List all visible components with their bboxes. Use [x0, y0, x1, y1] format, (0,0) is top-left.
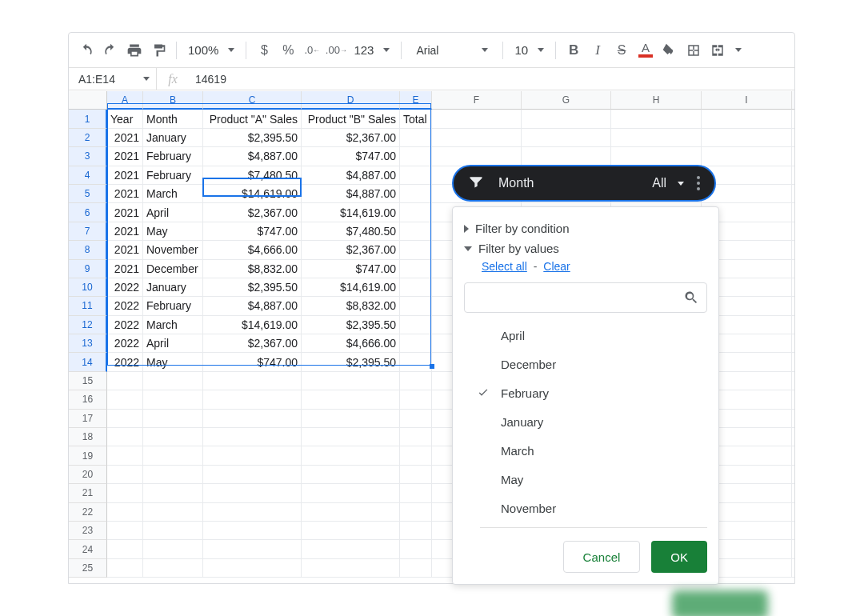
filter-value-item[interactable]: November — [472, 494, 707, 522]
cancel-button[interactable]: Cancel — [563, 541, 641, 573]
cell[interactable] — [792, 278, 795, 297]
cell[interactable] — [143, 428, 203, 446]
cell[interactable] — [400, 503, 432, 522]
row-header[interactable]: 19 — [69, 446, 107, 465]
cell[interactable]: February — [143, 297, 203, 315]
column-header[interactable]: F — [432, 91, 522, 110]
cell[interactable] — [792, 522, 795, 540]
cell[interactable] — [792, 484, 795, 502]
fill-color-button[interactable] — [658, 39, 681, 62]
cell[interactable] — [143, 559, 203, 578]
cell[interactable]: $7,480.50 — [302, 222, 400, 241]
cell[interactable] — [400, 260, 432, 278]
cell[interactable]: Product "B" Sales — [302, 110, 400, 128]
cell[interactable] — [522, 129, 611, 147]
cell[interactable] — [107, 390, 143, 409]
cell[interactable] — [143, 540, 203, 558]
cell[interactable] — [302, 428, 400, 446]
select-all-corner[interactable] — [69, 91, 107, 110]
row-header[interactable]: 11 — [69, 297, 107, 315]
redo-button[interactable] — [99, 39, 122, 62]
filter-search-input[interactable] — [464, 282, 707, 313]
cell[interactable]: 2022 — [107, 297, 143, 315]
row-header[interactable]: 7 — [69, 222, 107, 241]
cell[interactable] — [702, 147, 792, 166]
cell[interactable] — [400, 540, 432, 558]
cell[interactable]: April — [143, 334, 203, 353]
row-header[interactable]: 10 — [69, 278, 107, 297]
cell[interactable] — [792, 428, 795, 446]
currency-button[interactable]: $ — [253, 39, 275, 62]
cell[interactable] — [203, 410, 302, 428]
filter-value-item[interactable]: April — [472, 321, 707, 350]
cell[interactable]: February — [143, 147, 203, 166]
cell[interactable] — [107, 503, 143, 522]
cell[interactable] — [400, 522, 432, 540]
cell[interactable] — [302, 503, 400, 522]
cell[interactable]: May — [143, 353, 203, 371]
cell[interactable] — [400, 129, 432, 147]
cell[interactable] — [203, 540, 302, 558]
increase-decimal-button[interactable]: .00→ — [325, 39, 347, 62]
print-button[interactable] — [123, 39, 146, 62]
cell[interactable] — [792, 372, 795, 390]
cell[interactable] — [792, 353, 795, 371]
cell[interactable] — [432, 110, 522, 128]
cell[interactable] — [143, 503, 203, 522]
cell[interactable] — [203, 428, 302, 446]
cell[interactable]: $2,395.50 — [203, 129, 302, 147]
column-header[interactable]: D — [302, 91, 400, 110]
cell[interactable]: $8,832.00 — [302, 297, 400, 315]
cell[interactable]: Month — [143, 110, 203, 128]
cell[interactable]: $14,619.00 — [302, 203, 400, 222]
row-header[interactable]: 15 — [69, 372, 107, 390]
cell[interactable] — [400, 241, 432, 259]
cell[interactable]: $2,395.50 — [302, 316, 400, 334]
row-header[interactable]: 18 — [69, 428, 107, 446]
cell[interactable] — [432, 129, 522, 147]
row-header[interactable]: 17 — [69, 410, 107, 428]
cell[interactable]: $2,367.00 — [302, 241, 400, 259]
cell[interactable] — [107, 540, 143, 558]
cell[interactable] — [203, 446, 302, 465]
cell[interactable]: 2022 — [107, 353, 143, 371]
cell[interactable] — [792, 147, 795, 166]
cell[interactable]: $4,887.00 — [203, 297, 302, 315]
row-header[interactable]: 25 — [69, 559, 107, 578]
cell[interactable] — [400, 428, 432, 446]
cell[interactable]: $4,887.00 — [302, 185, 400, 203]
filter-by-condition-toggle[interactable]: Filter by condition — [464, 218, 707, 238]
cell[interactable]: November — [143, 241, 203, 259]
row-header[interactable]: 13 — [69, 334, 107, 353]
cell[interactable] — [143, 484, 203, 502]
selection-handle[interactable] — [430, 364, 434, 369]
cell[interactable] — [400, 484, 432, 502]
cell[interactable]: 2022 — [107, 316, 143, 334]
column-header[interactable]: G — [522, 91, 611, 110]
cell[interactable] — [107, 484, 143, 502]
filter-value-item[interactable]: December — [472, 350, 707, 378]
cell[interactable] — [302, 446, 400, 465]
cell[interactable] — [400, 353, 432, 371]
cell[interactable] — [400, 278, 432, 297]
text-color-button[interactable]: A — [634, 39, 657, 62]
cell[interactable] — [107, 372, 143, 390]
cell[interactable] — [203, 522, 302, 540]
select-all-link[interactable]: Select all — [482, 260, 527, 273]
cell[interactable] — [302, 466, 400, 484]
cell[interactable] — [702, 110, 792, 128]
cell[interactable]: May — [143, 222, 203, 241]
cell[interactable] — [792, 503, 795, 522]
cell[interactable] — [400, 334, 432, 353]
cell[interactable] — [792, 129, 795, 147]
cell[interactable]: Total — [400, 110, 432, 128]
row-header[interactable]: 24 — [69, 540, 107, 558]
cell[interactable]: 2021 — [107, 260, 143, 278]
cell[interactable] — [107, 466, 143, 484]
cell[interactable] — [107, 446, 143, 465]
row-header[interactable]: 2 — [69, 129, 107, 147]
cell[interactable] — [143, 466, 203, 484]
cell[interactable] — [302, 390, 400, 409]
cell[interactable] — [400, 297, 432, 315]
filter-value-item[interactable]: January — [472, 407, 707, 436]
